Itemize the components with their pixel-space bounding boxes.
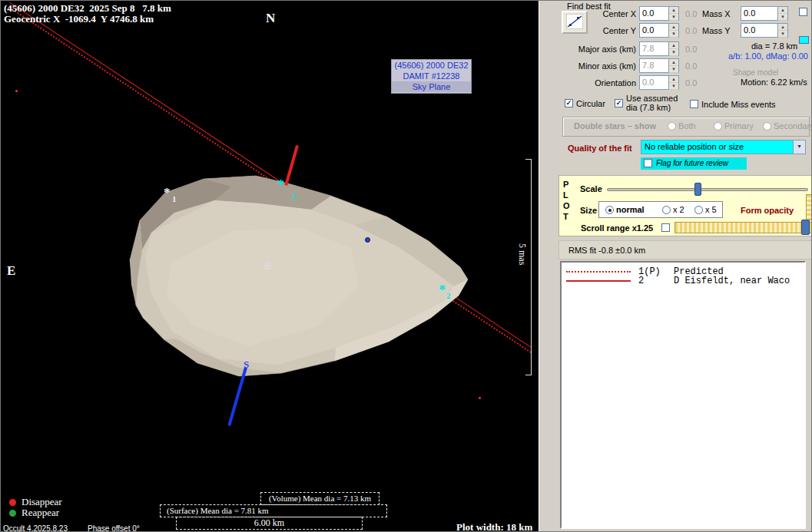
include-miss-checkbox[interactable]: [690, 100, 698, 108]
quality-label: Quality of the fit: [568, 144, 632, 153]
ab-dmag-readout: a/b: 1.00, dMag: 0.00: [728, 51, 808, 61]
mass-x-spin-buttons[interactable]: ▲▼: [777, 7, 787, 20]
mass-x-spinner[interactable]: 0.0 ▲▼: [741, 6, 788, 21]
find-best-fit-icon: [566, 14, 583, 29]
size-x2-label: x 2: [673, 205, 684, 214]
quality-dropdown[interactable]: No reliable position or size ▼: [641, 140, 806, 154]
flag-review-strip: Flag for future review: [641, 157, 747, 170]
quality-value: No reliable position or size: [641, 140, 793, 154]
minor-axis-spinner: 7.8 ▲▼: [639, 58, 679, 73]
plot-controls-panel: P L O T Scale Size normal x 2 x 5 Form o…: [558, 175, 812, 236]
size-x5-radio[interactable]: [694, 206, 703, 214]
major-axis-spinner: 7.8 ▲▼: [639, 41, 679, 56]
chord-list[interactable]: 1(P) Predicted 2 D Eisfeldt, near Waco: [560, 261, 806, 529]
minor-axis-value: 7.8: [640, 59, 668, 72]
form-opacity-slider-track[interactable]: [674, 222, 812, 233]
mass-y-highlight-box[interactable]: [799, 36, 809, 44]
double-stars-caption: Double stars – show: [574, 121, 656, 131]
orientation-spin-buttons: ▲▼: [668, 76, 678, 89]
checkmark-icon: ✓: [616, 99, 622, 107]
mass-y-label: Mass Y: [702, 26, 730, 35]
scale-slider-track[interactable]: [607, 188, 808, 191]
disappear-marker-chord2[interactable]: *: [277, 177, 284, 193]
spin-down-icon[interactable]: ▼: [669, 31, 678, 38]
both-radio: [668, 122, 676, 131]
size-normal-label: normal: [616, 205, 645, 214]
reappear-legend-label: Reappear: [22, 507, 59, 519]
star-position-dot: [365, 237, 370, 243]
use-assumed-checkbox[interactable]: ✓: [615, 99, 623, 107]
scroll-range-checkbox[interactable]: [661, 223, 670, 232]
object-info-box: (45606) 2000 DE32 DAMIT #12238 Sky Plane: [391, 59, 472, 94]
spin-up-icon[interactable]: ▲: [669, 24, 678, 31]
spin-down-icon[interactable]: ▼: [778, 14, 787, 21]
stray-dot-left: [15, 90, 18, 92]
center-y-spin-buttons[interactable]: ▲▼: [668, 24, 678, 37]
sky-plane-canvas: S (45606) 2000 DE32 2025 Sep 8 7.8 km Ge…: [1, 1, 539, 532]
size-options-box: normal x 2 x 5: [598, 201, 723, 218]
circular-label: Circular: [576, 99, 605, 108]
scale-slider-thumb[interactable]: [694, 183, 701, 196]
center-x-spinner[interactable]: 0.0 ▲▼: [639, 6, 679, 21]
major-axis-spin-buttons: ▲▼: [668, 42, 678, 55]
scalebar-box: 6.00 km: [176, 517, 363, 530]
checkmark-icon: ✓: [566, 99, 572, 107]
size-normal-radio[interactable]: [605, 206, 614, 214]
spin-up-icon[interactable]: ▲: [778, 7, 787, 14]
include-miss-label: Include Miss events: [701, 100, 776, 109]
volume-dia-box: (Volume) Mean dia = 7.13 km: [260, 492, 379, 505]
secondary-radio: [763, 122, 771, 131]
orientation-label: Orientation: [570, 78, 636, 88]
surface-dia-text: (Surface) Mean dia = 7.81 km: [167, 506, 269, 515]
spin-down-icon[interactable]: ▼: [778, 31, 787, 38]
mass-y-spin-buttons[interactable]: ▲▼: [777, 24, 787, 37]
minor-axis-spin-buttons: ▲▼: [668, 59, 678, 72]
size-label: Size: [580, 206, 597, 215]
north-direction-label: N: [266, 11, 275, 26]
chord-list-row[interactable]: 2 D Eisfeldt, near Waco: [566, 276, 790, 286]
fit-control-panel: Find best fit Center X 0.0 ▲▼ 0.0 Mass X…: [539, 1, 812, 532]
scroll-range-label: Scroll range x1.25: [581, 223, 653, 233]
form-opacity-vertical-track[interactable]: [806, 194, 812, 220]
major-axis-value: 7.8: [640, 42, 668, 55]
size-x2-radio[interactable]: [662, 206, 671, 214]
info-object: (45606) 2000 DE32: [392, 60, 471, 71]
motion-readout: Motion: 6.22 km/s: [741, 78, 807, 87]
spin-down-icon[interactable]: ▼: [669, 14, 678, 21]
circular-checkbox[interactable]: ✓: [565, 99, 573, 107]
east-direction-label: E: [7, 263, 15, 279]
flag-review-label: Flag for future review: [656, 159, 728, 167]
plot-letter-t: T: [563, 212, 568, 221]
south-pole-label: S: [244, 359, 249, 371]
both-label: Both: [678, 121, 696, 131]
scalebar-text: 6.00 km: [254, 517, 284, 528]
rms-fit-bar: RMS fit -0.8 ±0.0 km: [558, 240, 812, 259]
spin-up-icon: ▲: [669, 59, 678, 66]
form-opacity-slider-thumb[interactable]: [801, 220, 810, 235]
center-y-spinner[interactable]: 0.0 ▲▼: [639, 23, 679, 38]
mass-y-value: 0.0: [741, 24, 777, 37]
mas-bracket-tick-bottom: [525, 375, 532, 375]
center-x-spin-buttons[interactable]: ▲▼: [668, 7, 678, 20]
mass-x-flag-checkbox[interactable]: [799, 8, 807, 16]
observed-chord-line-sample: [566, 280, 631, 282]
reappear-marker-chord2[interactable]: *: [439, 283, 446, 299]
orientation-sigma: 0.0: [685, 78, 697, 88]
plot-title-line2: Geocentric X -1069.4 Y 4746.8 km: [4, 13, 154, 25]
mass-y-spinner[interactable]: 0.0 ▲▼: [741, 23, 788, 38]
spin-up-icon[interactable]: ▲: [778, 24, 787, 31]
use-assumed-label-2: dia (7.8 km): [626, 103, 671, 112]
geocenter-marker: ⊕: [263, 259, 273, 273]
phase-offset-label: Phase offset 0°: [88, 524, 140, 532]
disappear-legend-dot: [9, 499, 16, 506]
chord1-label: 1: [172, 194, 177, 203]
spin-up-icon[interactable]: ▲: [669, 7, 678, 14]
mass-x-value: 0.0: [741, 7, 777, 20]
orientation-value: 0.0: [640, 76, 668, 89]
center-x-value: 0.0: [640, 7, 668, 20]
flag-review-checkbox[interactable]: [644, 159, 652, 167]
dropdown-arrow-icon[interactable]: ▼: [793, 140, 805, 154]
surface-dia-box: (Surface) Mean dia = 7.81 km: [160, 504, 387, 517]
chord2-label-d: 2: [292, 191, 297, 200]
center-x-label: Center X: [582, 9, 636, 18]
